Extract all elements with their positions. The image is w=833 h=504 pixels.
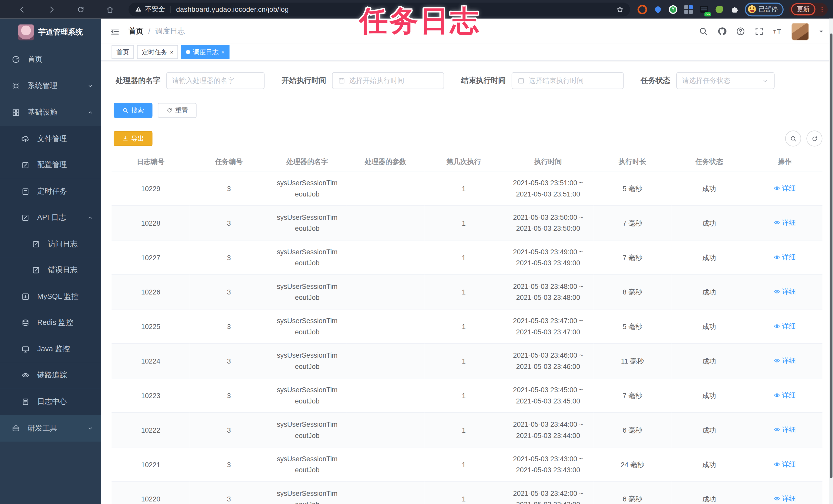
cell-handler-param [347, 240, 425, 275]
column-header: 执行时长 [593, 153, 672, 171]
handler-name-input[interactable]: 请输入处理器的名字 [166, 72, 264, 89]
cell-status: 成功 [672, 309, 747, 344]
tab-1[interactable]: 定时任务× [137, 45, 178, 59]
orange-ring-extension-icon[interactable] [638, 5, 647, 14]
bookmark-star-icon[interactable] [616, 6, 624, 13]
profile-paused-chip[interactable]: 已暂停 [745, 2, 784, 16]
fullscreen-icon[interactable] [754, 27, 764, 36]
detail-link[interactable]: 详细 [774, 320, 796, 332]
close-icon[interactable]: × [170, 49, 173, 55]
cell-handler-param [347, 413, 425, 447]
chevron-down-icon [87, 83, 93, 89]
cell-status: 成功 [672, 206, 747, 240]
browser-reload-icon[interactable] [66, 5, 95, 14]
page-scrollbar[interactable] [829, 19, 833, 504]
toggle-search-button[interactable] [785, 130, 801, 146]
reset-button[interactable]: 重置 [158, 103, 196, 118]
question-icon[interactable] [736, 27, 745, 36]
sidebar-item-14[interactable]: 研发工具 [0, 415, 101, 441]
export-button[interactable]: 导出 [114, 131, 152, 146]
blue-pin-extension-icon[interactable] [653, 5, 663, 14]
user-avatar[interactable] [791, 23, 809, 40]
github-icon[interactable] [717, 27, 727, 36]
cell-execute-index: 1 [425, 413, 503, 447]
sidebar-item-9[interactable]: MySQL 监控 [0, 283, 101, 310]
cell-execute-time: 2021-05-03 23:43:00 ~2021-05-03 23:43:00 [503, 447, 593, 482]
detail-link[interactable]: 详细 [774, 217, 796, 228]
security-warning-icon[interactable] [135, 6, 142, 13]
sidebar-item-1[interactable]: 系统管理 [0, 73, 101, 99]
end-time-label: 结束执行时间 [461, 76, 506, 85]
cell-handler-name: sysUserSessionTimeoutJob [268, 240, 347, 275]
browser-home-icon[interactable] [95, 5, 124, 14]
sidebar-item-13[interactable]: 日志中心 [0, 388, 101, 415]
cell-handler-name: sysUserSessionTimeoutJob [268, 378, 347, 413]
sidebar-item-7[interactable]: 访问日志 [0, 231, 101, 257]
eye-icon [774, 460, 781, 468]
update-button[interactable]: 更新 [791, 3, 815, 15]
table-body: 10229 3 sysUserSessionTimeoutJob 1 2021-… [112, 171, 823, 504]
search-button[interactable]: 搜索 [114, 103, 152, 118]
cell-handler-name: sysUserSessionTimeoutJob [268, 413, 347, 447]
close-icon[interactable]: × [221, 49, 224, 55]
breadcrumb-home[interactable]: 首页 [128, 27, 143, 36]
cell-handler-param [347, 275, 425, 309]
hamburger-icon[interactable] [110, 26, 120, 36]
browser-forward-icon[interactable] [37, 5, 66, 14]
end-time-input[interactable]: 选择结束执行时间 [511, 72, 624, 89]
cell-job-id: 3 [190, 378, 268, 413]
cell-log-id: 10227 [112, 240, 190, 275]
detail-link[interactable]: 详细 [774, 286, 796, 297]
detail-link[interactable]: 详细 [774, 355, 796, 366]
sidebar-item-label: 错误日志 [48, 266, 78, 275]
browser-update-area: 更新 [789, 3, 828, 16]
toolbox-icon [12, 424, 20, 432]
sidebar-item-10[interactable]: Redis 监控 [0, 310, 101, 336]
sidebar-item-8[interactable]: 错误日志 [0, 257, 101, 283]
edit-icon [21, 161, 30, 169]
dark-list-extension-icon[interactable]: on [699, 5, 709, 14]
sidebar-item-12[interactable]: 链路追踪 [0, 362, 101, 388]
refresh-table-button[interactable] [806, 130, 822, 146]
caret-down-icon[interactable] [818, 28, 825, 34]
font-size-icon[interactable]: TT [773, 27, 783, 36]
scrollbar-thumb[interactable] [830, 33, 832, 478]
sidebar-item-11[interactable]: Java 监控 [0, 336, 101, 362]
content-area: 首页 / 调度日志 TT 首页定时任务×调度日志× [101, 19, 833, 504]
end-time-placeholder: 选择结束执行时间 [528, 76, 584, 85]
detail-link[interactable]: 详细 [774, 182, 796, 194]
begin-time-input[interactable]: 选择开始执行时间 [332, 72, 444, 89]
eye-icon [21, 371, 30, 380]
detail-link[interactable]: 详细 [774, 389, 796, 401]
cell-job-id: 3 [190, 413, 268, 447]
detail-link[interactable]: 详细 [774, 493, 796, 504]
tab-2[interactable]: 调度日志× [181, 45, 230, 59]
cell-job-id: 3 [190, 447, 268, 482]
detail-link[interactable]: 详细 [774, 458, 796, 470]
sidebar-item-0[interactable]: 首页 [0, 46, 101, 73]
green-plant-extension-icon[interactable] [714, 5, 724, 14]
sidebar-item-5[interactable]: 定时任务 [0, 178, 101, 205]
sidebar-item-2[interactable]: 基础设施 [0, 99, 101, 126]
detail-link[interactable]: 详细 [774, 251, 796, 262]
green-y-extension-icon[interactable]: Y [668, 5, 678, 14]
tab-grid-extension-icon[interactable] [684, 5, 693, 14]
page-body: 处理器的名字 请输入处理器的名字 开始执行时间 选择开始执行时间 结束执行 [101, 60, 833, 504]
svg-text:T: T [777, 28, 781, 35]
detail-link[interactable]: 详细 [774, 424, 796, 435]
job-status-select[interactable]: 请选择任务状态 [676, 72, 775, 89]
sidebar-item-4[interactable]: 配置管理 [0, 152, 101, 178]
tab-0[interactable]: 首页 [112, 45, 134, 59]
sidebar-item-6[interactable]: API 日志 [0, 205, 101, 231]
puzzle-extensions-icon[interactable] [730, 5, 740, 14]
column-header: 处理器的参数 [347, 153, 425, 171]
header-search-icon[interactable] [698, 27, 708, 36]
browser-menu-icon[interactable] [819, 6, 826, 13]
column-header: 执行时间 [503, 153, 593, 171]
doc-icon [21, 397, 30, 406]
browser-back-icon[interactable] [7, 5, 37, 14]
layers-icon [21, 319, 30, 327]
sidebar-item-3[interactable]: 文件管理 [0, 126, 101, 152]
cell-log-id: 10225 [112, 309, 190, 344]
sidebar-logo-block[interactable]: 芋道管理系统 [0, 19, 101, 46]
